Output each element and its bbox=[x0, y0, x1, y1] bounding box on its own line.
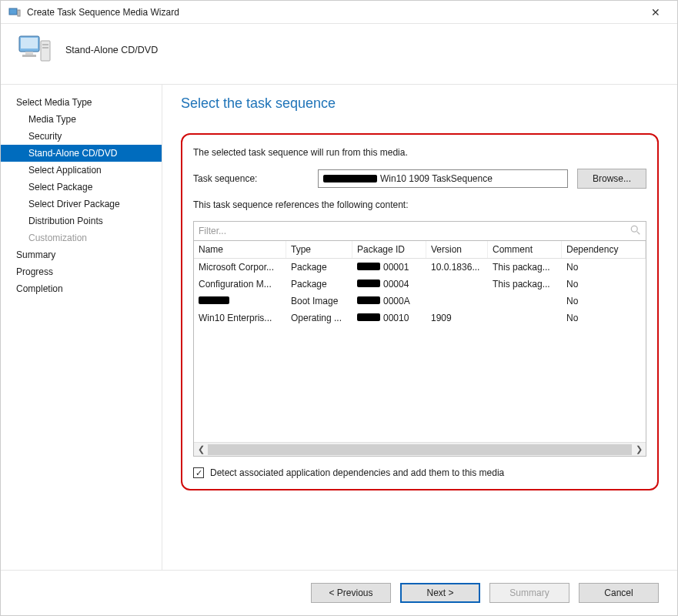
svg-rect-5 bbox=[22, 55, 36, 57]
content-grid: Name Type Package ID Version Comment Dep… bbox=[193, 241, 646, 457]
task-sequence-row: Task sequence: Win10 1909 TaskSequence B… bbox=[193, 169, 646, 189]
horizontal-scrollbar[interactable]: ❮ ❯ bbox=[194, 442, 646, 456]
detect-dependencies-label: Detect associated application dependenci… bbox=[210, 467, 504, 478]
svg-rect-0 bbox=[9, 8, 17, 15]
svg-rect-3 bbox=[21, 38, 38, 49]
cell-name: Configuration M... bbox=[194, 277, 286, 291]
svg-rect-1 bbox=[18, 10, 20, 16]
wizard-body: Select Media TypeMedia TypeSecurityStand… bbox=[1, 85, 677, 570]
cell-version: 1909 bbox=[426, 311, 488, 325]
cell-dependency: No bbox=[562, 277, 646, 291]
cell-package-id: 0000A bbox=[352, 294, 426, 308]
cell-version bbox=[426, 277, 488, 291]
main-heading: Select the task sequence bbox=[181, 95, 659, 112]
close-icon[interactable]: ✕ bbox=[642, 2, 670, 23]
nav-item-distribution-points[interactable]: Distribution Points bbox=[1, 213, 162, 229]
cell-name: Win10 Enterpris... bbox=[194, 311, 286, 325]
col-dependency[interactable]: Dependency bbox=[562, 241, 646, 258]
nav-item-select-application[interactable]: Select Application bbox=[1, 162, 162, 179]
nav-item-security[interactable]: Security bbox=[1, 128, 162, 145]
nav-item-media-type[interactable]: Media Type bbox=[1, 111, 162, 128]
app-icon bbox=[8, 6, 21, 18]
detect-dependencies-row: ✓ Detect associated application dependen… bbox=[193, 467, 646, 478]
wizard-window: Create Task Sequence Media Wizard ✕ Stan… bbox=[0, 0, 678, 616]
cell-package-id: 00010 bbox=[352, 311, 426, 325]
info-line: The selected task sequence will run from… bbox=[193, 147, 646, 158]
cell-dependency: No bbox=[562, 260, 646, 274]
nav-item-select-driver-package[interactable]: Select Driver Package bbox=[1, 196, 162, 213]
nav-item-select-media-type[interactable]: Select Media Type bbox=[1, 94, 162, 111]
computer-icon bbox=[16, 32, 53, 69]
page-title: Stand-Alone CD/DVD bbox=[65, 45, 158, 55]
svg-line-10 bbox=[637, 232, 640, 235]
browse-button[interactable]: Browse... bbox=[577, 169, 646, 189]
cell-type: Boot Image bbox=[286, 294, 352, 308]
cell-version bbox=[426, 294, 488, 308]
cell-comment bbox=[488, 294, 562, 308]
table-row[interactable]: Microsoft Corpor...Package0000110.0.1836… bbox=[194, 259, 646, 276]
highlight-frame: The selected task sequence will run from… bbox=[181, 133, 659, 490]
svg-rect-6 bbox=[41, 41, 50, 61]
col-package[interactable]: Package ID bbox=[352, 241, 426, 258]
cell-name bbox=[194, 294, 286, 308]
cell-type: Package bbox=[286, 260, 352, 274]
detect-dependencies-checkbox[interactable]: ✓ bbox=[193, 467, 204, 478]
svg-rect-4 bbox=[25, 52, 33, 55]
cell-comment: This packag... bbox=[488, 260, 562, 274]
main-panel: Select the task sequence The selected ta… bbox=[162, 85, 677, 570]
col-name[interactable]: Name bbox=[194, 241, 286, 258]
nav-item-select-package[interactable]: Select Package bbox=[1, 179, 162, 196]
nav-item-stand-alone-cd-dvd[interactable]: Stand-Alone CD/DVD bbox=[1, 145, 162, 162]
nav-tree: Select Media TypeMedia TypeSecurityStand… bbox=[1, 85, 162, 570]
table-row[interactable]: Win10 Enterpris...Operating ...000101909… bbox=[194, 310, 646, 326]
summary-button: Summary bbox=[489, 583, 569, 603]
nav-item-summary[interactable]: Summary bbox=[1, 246, 162, 263]
cell-dependency: No bbox=[562, 311, 646, 325]
grid-header: Name Type Package ID Version Comment Dep… bbox=[194, 241, 646, 259]
window-title: Create Task Sequence Media Wizard bbox=[27, 7, 642, 18]
table-row[interactable]: Boot Image0000ANo bbox=[194, 293, 646, 310]
task-sequence-name: Win10 1909 TaskSequence bbox=[380, 173, 493, 184]
filter-input[interactable]: Filter... bbox=[193, 221, 646, 241]
cell-type: Package bbox=[286, 277, 352, 291]
search-icon bbox=[630, 225, 641, 238]
wizard-header: Stand-Alone CD/DVD bbox=[1, 24, 677, 85]
redacted-text bbox=[323, 175, 377, 182]
scroll-right-icon[interactable]: ❯ bbox=[632, 444, 646, 454]
col-version[interactable]: Version bbox=[426, 241, 488, 258]
cancel-button[interactable]: Cancel bbox=[579, 583, 659, 603]
cell-type: Operating ... bbox=[286, 311, 352, 325]
task-sequence-value: Win10 1909 TaskSequence bbox=[318, 169, 568, 188]
cell-package-id: 00004 bbox=[352, 277, 426, 291]
col-comment[interactable]: Comment bbox=[488, 241, 562, 258]
nav-item-customization: Customization bbox=[1, 229, 162, 246]
filter-placeholder: Filter... bbox=[199, 226, 226, 236]
cell-version: 10.0.1836... bbox=[426, 260, 488, 274]
svg-rect-7 bbox=[42, 44, 48, 45]
previous-button[interactable]: < Previous bbox=[311, 583, 391, 603]
wizard-footer: < Previous Next > Summary Cancel bbox=[1, 570, 677, 615]
cell-dependency: No bbox=[562, 294, 646, 308]
nav-item-completion[interactable]: Completion bbox=[1, 280, 162, 297]
scroll-left-icon[interactable]: ❮ bbox=[194, 444, 208, 454]
grid-body: Microsoft Corpor...Package0000110.0.1836… bbox=[194, 259, 646, 442]
svg-rect-8 bbox=[42, 47, 48, 49]
svg-point-9 bbox=[631, 226, 637, 232]
next-button[interactable]: Next > bbox=[400, 583, 480, 603]
references-label: This task sequence references the follow… bbox=[193, 199, 646, 210]
task-sequence-label: Task sequence: bbox=[193, 173, 309, 184]
titlebar: Create Task Sequence Media Wizard ✕ bbox=[1, 1, 677, 24]
table-row[interactable]: Configuration M...Package00004This packa… bbox=[194, 276, 646, 293]
cell-comment: This packag... bbox=[488, 277, 562, 291]
col-type[interactable]: Type bbox=[286, 241, 352, 258]
cell-name: Microsoft Corpor... bbox=[194, 260, 286, 274]
cell-package-id: 00001 bbox=[352, 260, 426, 274]
scroll-track[interactable] bbox=[208, 444, 632, 455]
cell-comment bbox=[488, 311, 562, 325]
nav-item-progress[interactable]: Progress bbox=[1, 263, 162, 280]
